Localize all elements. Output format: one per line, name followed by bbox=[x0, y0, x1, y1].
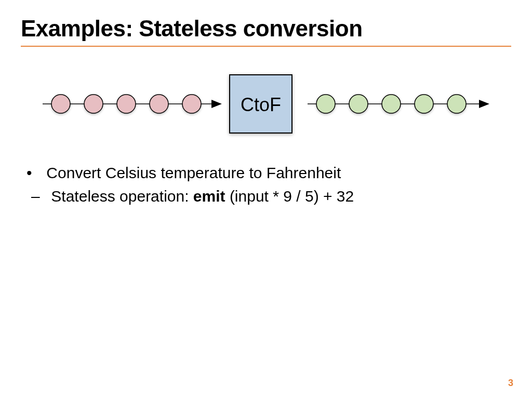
page-number: 3 bbox=[508, 378, 513, 389]
title-underline bbox=[21, 46, 511, 47]
input-bead bbox=[182, 95, 201, 113]
slide: Examples: Stateless conversion CtoF bbox=[0, 0, 532, 399]
output-bead bbox=[316, 95, 335, 113]
input-bead bbox=[84, 95, 103, 113]
slide-title: Examples: Stateless conversion bbox=[21, 16, 511, 42]
output-bead bbox=[382, 95, 401, 113]
bullet-main-text: Convert Celsius temperature to Fahrenhei… bbox=[46, 164, 341, 181]
output-bead bbox=[447, 95, 466, 113]
input-bead bbox=[150, 95, 168, 113]
bullet-sub: Stateless operation: emit (input * 9 / 5… bbox=[31, 184, 511, 208]
diagram: CtoF bbox=[21, 68, 511, 140]
output-bead bbox=[349, 95, 368, 113]
output-arrowhead-icon bbox=[479, 100, 489, 108]
bullet-sub-formula: (input * 9 / 5) + 32 bbox=[225, 188, 354, 205]
bullet-sub-prefix: Stateless operation: bbox=[51, 188, 193, 205]
bullet-sub-emit: emit bbox=[193, 188, 225, 205]
input-bead bbox=[51, 95, 70, 113]
bullet-main: Convert Celsius temperature to Fahrenhei… bbox=[31, 161, 511, 208]
input-bead bbox=[117, 95, 136, 113]
processor-label: CtoF bbox=[241, 94, 281, 115]
input-arrowhead-icon bbox=[211, 100, 222, 108]
bullet-list: Convert Celsius temperature to Fahrenhei… bbox=[31, 161, 511, 208]
output-bead bbox=[415, 95, 433, 113]
stream-diagram-svg: CtoF bbox=[37, 68, 495, 140]
